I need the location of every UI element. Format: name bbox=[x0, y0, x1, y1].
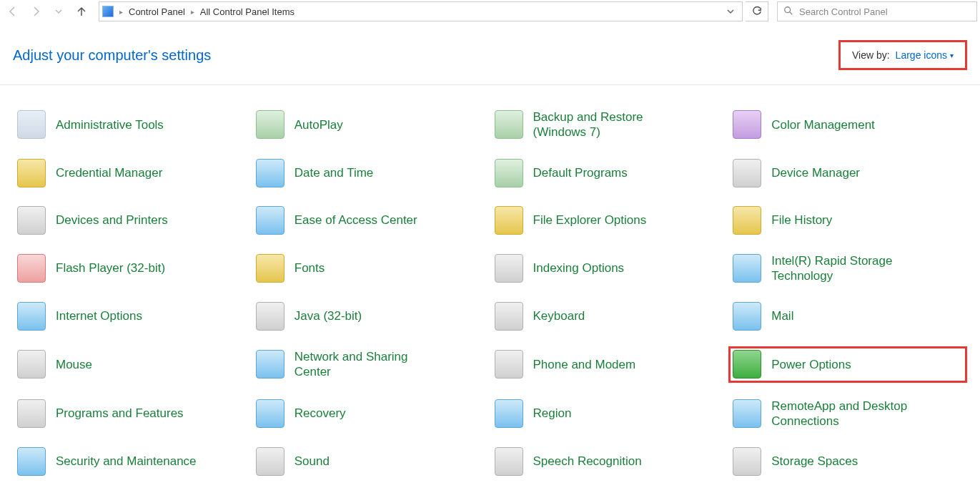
item-label: Ease of Access Center bbox=[295, 213, 417, 228]
item-label: Administrative Tools bbox=[56, 117, 164, 132]
item-internet-options[interactable]: Internet Options bbox=[13, 299, 252, 333]
item-fonts[interactable]: Fonts bbox=[252, 250, 490, 287]
keyboard-icon bbox=[495, 302, 523, 331]
item-ease-of-access-center[interactable]: Ease of Access Center bbox=[252, 203, 490, 238]
item-label: File Explorer Options bbox=[533, 213, 647, 228]
item-sound[interactable]: Sound bbox=[252, 444, 490, 479]
search-input[interactable] bbox=[799, 6, 971, 17]
item-label: Intel(R) Rapid Storage Technology bbox=[771, 253, 921, 284]
refresh-icon bbox=[752, 6, 762, 16]
arrow-right-icon bbox=[30, 6, 41, 17]
item-label: Devices and Printers bbox=[56, 213, 168, 228]
item-label: Backup and Restore (Windows 7) bbox=[533, 109, 683, 140]
item-mail[interactable]: Mail bbox=[728, 299, 967, 333]
item-label: Recovery bbox=[295, 406, 346, 421]
item-color-management[interactable]: Color Management bbox=[728, 107, 967, 143]
item-phone-and-modem[interactable]: Phone and Modem bbox=[490, 346, 729, 383]
view-by-label: View by: bbox=[852, 49, 890, 61]
item-administrative-tools[interactable]: Administrative Tools bbox=[13, 107, 252, 143]
address-dropdown-button[interactable] bbox=[722, 3, 739, 20]
flash-player-icon bbox=[17, 254, 46, 283]
item-java[interactable]: Java (32-bit) bbox=[252, 299, 490, 333]
forward-button[interactable] bbox=[26, 1, 46, 21]
chevron-down-icon bbox=[55, 8, 62, 15]
item-file-explorer-options[interactable]: File Explorer Options bbox=[490, 203, 729, 238]
storage-spaces-icon bbox=[733, 447, 761, 476]
items-grid: Administrative ToolsAutoPlayBackup and R… bbox=[0, 85, 980, 493]
item-credential-manager[interactable]: Credential Manager bbox=[13, 156, 252, 190]
date-and-time-icon bbox=[256, 159, 284, 187]
item-label: Network and Sharing Center bbox=[295, 349, 445, 380]
power-options-icon bbox=[733, 350, 761, 379]
item-label: Flash Player (32-bit) bbox=[56, 260, 165, 275]
breadcrumb-root[interactable]: Control Panel bbox=[126, 6, 188, 17]
network-sharing-center-icon bbox=[256, 350, 284, 379]
internet-options-icon bbox=[17, 302, 46, 331]
sound-icon bbox=[256, 447, 284, 476]
refresh-button[interactable] bbox=[746, 1, 768, 21]
item-label: Security and Maintenance bbox=[56, 454, 197, 469]
explorer-topbar: ▸ Control Panel ▸ All Control Panel Item… bbox=[0, 0, 980, 23]
header-row: Adjust your computer's settings View by:… bbox=[0, 23, 980, 85]
page-title: Adjust your computer's settings bbox=[13, 47, 211, 64]
item-network-sharing-center[interactable]: Network and Sharing Center bbox=[252, 346, 490, 383]
item-default-programs[interactable]: Default Programs bbox=[490, 156, 729, 190]
item-devices-and-printers[interactable]: Devices and Printers bbox=[13, 203, 252, 238]
item-mouse[interactable]: Mouse bbox=[13, 346, 252, 383]
item-recovery[interactable]: Recovery bbox=[252, 396, 490, 432]
up-button[interactable] bbox=[71, 1, 91, 21]
back-button[interactable] bbox=[3, 1, 23, 21]
item-storage-spaces[interactable]: Storage Spaces bbox=[728, 444, 967, 479]
file-history-icon bbox=[733, 206, 761, 235]
item-security-and-maintenance[interactable]: Security and Maintenance bbox=[13, 444, 252, 479]
chevron-down-icon: ▾ bbox=[950, 52, 954, 59]
arrow-left-icon bbox=[7, 6, 19, 17]
autoplay-icon bbox=[256, 110, 284, 139]
item-keyboard[interactable]: Keyboard bbox=[490, 299, 729, 333]
item-date-and-time[interactable]: Date and Time bbox=[252, 156, 490, 190]
item-speech-recognition[interactable]: Speech Recognition bbox=[490, 444, 729, 479]
item-intel-rapid-storage[interactable]: Intel(R) Rapid Storage Technology bbox=[728, 250, 967, 287]
item-label: Internet Options bbox=[56, 308, 142, 323]
svg-line-1 bbox=[790, 11, 793, 14]
item-backup-restore[interactable]: Backup and Restore (Windows 7) bbox=[490, 107, 729, 143]
mouse-icon bbox=[17, 350, 46, 379]
item-label: Color Management bbox=[771, 117, 875, 132]
breadcrumb-current[interactable]: All Control Panel Items bbox=[197, 6, 297, 17]
indexing-options-icon bbox=[495, 254, 523, 283]
item-label: Region bbox=[533, 406, 572, 421]
item-file-history[interactable]: File History bbox=[728, 203, 967, 238]
file-explorer-options-icon bbox=[495, 206, 523, 235]
item-label: File History bbox=[771, 213, 832, 228]
item-label: AutoPlay bbox=[295, 117, 343, 132]
item-flash-player[interactable]: Flash Player (32-bit) bbox=[13, 250, 252, 287]
credential-manager-icon bbox=[17, 159, 46, 187]
svg-point-0 bbox=[785, 6, 791, 12]
chevron-down-icon bbox=[727, 8, 734, 15]
view-by-value[interactable]: Large icons ▾ bbox=[896, 49, 954, 61]
ease-of-access-center-icon bbox=[256, 206, 284, 235]
item-label: Fonts bbox=[295, 260, 325, 275]
arrow-up-icon bbox=[76, 6, 87, 17]
recovery-icon bbox=[256, 399, 284, 428]
address-bar[interactable]: ▸ Control Panel ▸ All Control Panel Item… bbox=[99, 1, 743, 21]
item-indexing-options[interactable]: Indexing Options bbox=[490, 250, 729, 287]
item-device-manager[interactable]: Device Manager bbox=[728, 156, 967, 190]
item-remoteapp-desktop[interactable]: RemoteApp and Desktop Connections bbox=[728, 396, 967, 432]
item-autoplay[interactable]: AutoPlay bbox=[252, 107, 490, 143]
item-label: Speech Recognition bbox=[533, 454, 642, 469]
view-by-selector[interactable]: View by: Large icons ▾ bbox=[838, 40, 967, 70]
item-programs-and-features[interactable]: Programs and Features bbox=[13, 396, 252, 432]
java-icon bbox=[256, 302, 284, 331]
item-label: Default Programs bbox=[533, 165, 628, 180]
remoteapp-desktop-icon bbox=[733, 399, 761, 428]
recent-locations-button[interactable] bbox=[49, 1, 69, 21]
item-region[interactable]: Region bbox=[490, 396, 729, 432]
color-management-icon bbox=[733, 110, 761, 139]
fonts-icon bbox=[256, 254, 284, 283]
item-power-options[interactable]: Power Options bbox=[728, 346, 967, 383]
control-panel-icon bbox=[102, 6, 114, 17]
item-label: Mouse bbox=[56, 357, 92, 372]
search-box[interactable] bbox=[777, 1, 977, 21]
breadcrumb-sep-icon: ▸ bbox=[118, 8, 124, 16]
